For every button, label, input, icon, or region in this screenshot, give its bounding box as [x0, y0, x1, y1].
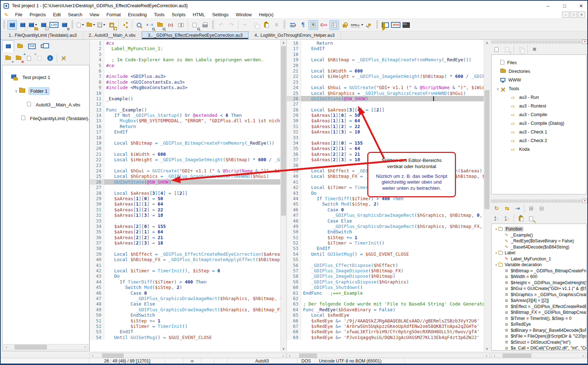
edit-explorer-button[interactable]: ✎: [526, 214, 536, 224]
line-number[interactable]: 27: [287, 101, 301, 107]
line-number[interactable]: 8: [90, 79, 104, 85]
scroll-down-icon[interactable]: ∨: [281, 346, 286, 351]
line-number[interactable]: 47: [90, 296, 104, 301]
tools-tree-item[interactable]: ⇨au3 - Compile (Dialog): [492, 119, 586, 128]
explorer-item[interactable]: ⊠$a_Call = DllCall("Crypt32.dll", "int",…: [492, 345, 586, 351]
line-number[interactable]: 52: [90, 324, 104, 329]
line-number[interactable]: 26: [287, 96, 301, 101]
line-number[interactable]: 44: [287, 196, 301, 201]
line-number[interactable]: 68: [287, 329, 301, 334]
line-number[interactable]: 63: [287, 301, 301, 307]
line-number[interactable]: 57: [287, 268, 301, 273]
line-number[interactable]: 16: [90, 124, 104, 129]
lock-button[interactable]: [340, 20, 350, 30]
tools-tree-item[interactable]: WWW: [492, 76, 586, 84]
tools-tree-item[interactable]: Files: [492, 58, 586, 67]
toolbar-group-handle[interactable]: [284, 21, 285, 29]
dropdown-arrow-icon[interactable]: [35, 24, 37, 26]
explorer-item[interactable]: ⊠$hFile = FileOpen(@ScriptDir & "\220px-…: [492, 333, 586, 339]
swap-button[interactable]: ⇆: [502, 204, 512, 214]
project-tools-button[interactable]: [59, 53, 69, 63]
menu-item-helpx[interactable]: Help(x): [255, 12, 277, 18]
scroll-right-icon[interactable]: ›: [82, 345, 88, 349]
line-number[interactable]: 65: [287, 312, 301, 318]
collapse-all-button[interactable]: ⊟: [537, 204, 547, 214]
scroll-left-icon[interactable]: ‹: [4, 345, 9, 349]
vscroll-thumb[interactable]: [281, 46, 286, 216]
line-number[interactable]: 35: [90, 229, 104, 234]
tools-tree-item[interactable]: ∨Tools: [492, 84, 586, 93]
menu-item-format[interactable]: Format: [103, 12, 124, 18]
line-number[interactable]: 41: [90, 263, 104, 268]
search-button[interactable]: [134, 20, 144, 30]
hscroll-thumb[interactable]: [14, 345, 47, 349]
line-number[interactable]: 66: [287, 318, 301, 324]
line-number[interactable]: 54: [287, 251, 301, 257]
line-number[interactable]: 23: [90, 163, 104, 168]
line-number[interactable]: 61: [287, 290, 301, 296]
line-number[interactable]: 54: [90, 335, 104, 340]
line-number[interactable]: 13: [90, 107, 104, 113]
line-number[interactable]: 40: [90, 257, 104, 262]
line-number[interactable]: 60: [287, 285, 301, 290]
project-log-button[interactable]: LOG: [49, 20, 59, 30]
line-number[interactable]: 49: [287, 224, 301, 229]
line-number[interactable]: 6: [90, 68, 104, 74]
line-number[interactable]: 36: [90, 235, 104, 240]
line-number[interactable]: 3: [90, 52, 104, 57]
menu-item-edit[interactable]: Edit: [49, 12, 65, 18]
line-number[interactable]: 38: [287, 163, 301, 168]
print-preview-button[interactable]: [190, 20, 199, 30]
close-tools-panel-icon[interactable]: ✕: [582, 40, 587, 44]
line-number[interactable]: 17: [287, 46, 301, 51]
line-number[interactable]: 5: [90, 63, 104, 68]
sidebar-tab-ftp[interactable]: FTP: [26, 40, 38, 52]
close-explorer-panel-icon[interactable]: ✕: [582, 199, 587, 203]
mdi-close-button[interactable]: ✕: [578, 12, 585, 18]
line-number[interactable]: 39: [287, 168, 301, 173]
explorer-section[interactable]: ∨Variable decaration: [492, 262, 586, 268]
line-number[interactable]: 50: [287, 229, 301, 234]
line-number[interactable]: 25: [90, 173, 104, 179]
line-number[interactable]: 28: [90, 190, 104, 196]
line-number[interactable]: 20: [287, 63, 301, 68]
explorer-item[interactable]: ⊠$iTimer = TimerInit(), $iStep = 0: [492, 316, 586, 322]
tools-panel-drag-handle[interactable]: ✕: [491, 40, 587, 44]
spell-button[interactable]: SPELL: [350, 20, 364, 30]
explorer-item[interactable]: ⊠$hBitmap = _GDIPlus_BitmapCreateFromMem…: [492, 268, 586, 274]
menu-item-tools[interactable]: Tools: [150, 12, 168, 18]
explorer-item[interactable]: ⊠$hGui = GUICreate("GDI+ v1.1 (" & @Scri…: [492, 286, 586, 292]
line-number[interactable]: 34: [287, 140, 301, 146]
bookmark-button[interactable]: [176, 20, 186, 30]
line-number[interactable]: 55: [287, 257, 301, 262]
tools-tree-item[interactable]: Directories: [492, 67, 586, 76]
copy-tool-button[interactable]: [516, 45, 526, 54]
tools-tree-panel[interactable]: FilesDirectoriesWWW∨Tools⇨au3 - Run⇨au3 …: [491, 54, 587, 194]
sort-az-button[interactable]: AZ↓: [492, 214, 501, 224]
document-tab-3[interactable]: 3.. _GDIPlus_EffectCreateRedEyeCorrectio…: [142, 31, 249, 39]
line-number[interactable]: 53: [287, 246, 301, 251]
paste-button[interactable]: [261, 20, 271, 30]
explorer-item[interactable]: ✎_Example(): [492, 232, 586, 238]
chevron-down-icon[interactable]: ∨: [494, 263, 499, 267]
line-number[interactable]: 27: [90, 185, 104, 190]
project-save-button[interactable]: [39, 20, 48, 30]
line-number[interactable]: 42: [90, 268, 104, 273]
paragraph-button[interactable]: ¶: [298, 20, 308, 30]
line-number[interactable]: 56: [287, 263, 301, 268]
binary-view-button[interactable]: 1010: [391, 20, 401, 30]
toolbar-group-handle[interactable]: [3, 21, 5, 29]
editor-vscrollbar[interactable]: ∧∨: [484, 40, 490, 351]
line-number[interactable]: 43: [287, 190, 301, 196]
line-number[interactable]: 16: [287, 40, 301, 46]
line-number[interactable]: 58: [287, 273, 301, 279]
menu-item-projects[interactable]: Projects: [26, 12, 49, 18]
line-number[interactable]: 24: [90, 168, 104, 173]
line-number[interactable]: 37: [90, 240, 104, 246]
menu-item-window[interactable]: Window: [232, 12, 255, 18]
close-button[interactable]: ✕: [578, 3, 584, 9]
line-number[interactable]: 52: [287, 240, 301, 246]
cpp-highlight-button[interactable]: C++: [319, 20, 329, 30]
remove-folder-button[interactable]: ✕: [14, 53, 23, 63]
undo-button[interactable]: ↶: [216, 20, 226, 30]
